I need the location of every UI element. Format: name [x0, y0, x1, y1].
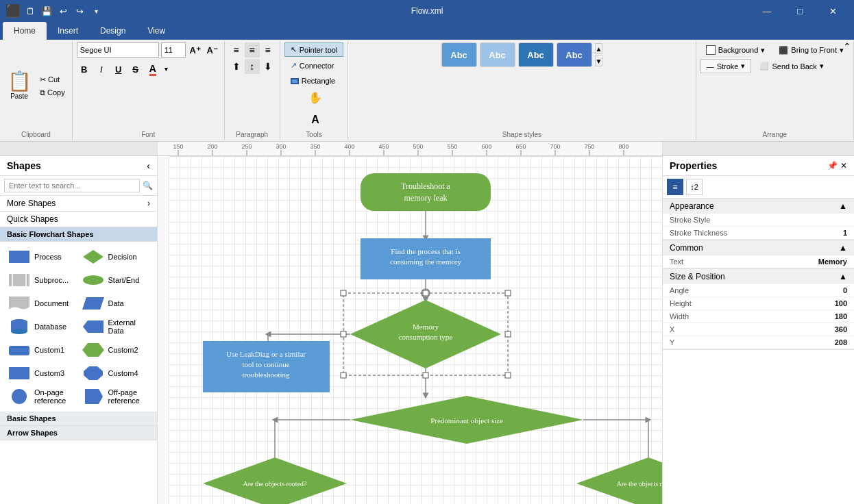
- title-bar: ⬛ 🗒 💾 ↩ ↪ ▾ Flow.xml — □ ✕: [0, 0, 854, 22]
- properties-close-button[interactable]: ✕: [840, 161, 847, 171]
- properties-pin-button[interactable]: 📌: [827, 161, 838, 171]
- common-header[interactable]: Common ▲: [663, 240, 854, 255]
- paragraph-label: Paragraph: [236, 129, 268, 138]
- shape-item-custom1[interactable]: Custom1: [7, 340, 77, 360]
- italic-button[interactable]: I: [94, 62, 109, 77]
- title-bar-left: ⬛ 🗒 💾 ↩ ↪ ▾: [5, 3, 103, 18]
- shape-item-document[interactable]: Document: [7, 294, 77, 313]
- props-tab-sort[interactable]: ↕2: [686, 179, 703, 195]
- shape-style-3[interactable]: Abc: [518, 42, 554, 67]
- shape-search-input[interactable]: [4, 179, 140, 192]
- canvas-scroll[interactable]: Troubleshoot a memory leak Find the proc…: [169, 156, 662, 504]
- x-value: 360: [792, 325, 847, 333]
- save-button[interactable]: 💾: [40, 4, 53, 18]
- shape-item-data[interactable]: Data: [81, 294, 151, 313]
- properties-title: Properties: [670, 160, 717, 171]
- stroke-button[interactable]: — Stroke ▾: [700, 59, 752, 73]
- appearance-header[interactable]: Appearance ▲: [663, 199, 854, 214]
- font-shrink-button[interactable]: A⁻: [205, 42, 220, 58]
- svg-text:300: 300: [276, 143, 286, 150]
- props-section-appearance: Appearance ▲ Stroke Style Stroke Thickne…: [663, 199, 854, 240]
- arrow-shapes-header[interactable]: Arrow Shapes: [0, 426, 157, 440]
- collapse-ribbon-button[interactable]: ⌃: [843, 41, 851, 52]
- background-button[interactable]: Background ▾: [700, 42, 771, 58]
- tab-home[interactable]: Home: [3, 22, 47, 40]
- rectangle-icon: [291, 78, 299, 84]
- font-color-button[interactable]: A: [145, 62, 160, 77]
- pointer-tool-button[interactable]: ↖ Pointer tool: [284, 42, 344, 57]
- svg-text:400: 400: [344, 143, 354, 150]
- align-middle-button[interactable]: ↕: [245, 59, 260, 74]
- strikethrough-button[interactable]: S: [128, 62, 143, 77]
- shape-item-database[interactable]: Database: [7, 317, 77, 336]
- align-left-button[interactable]: ≡: [229, 42, 244, 58]
- svg-marker-39: [83, 320, 103, 333]
- maximize-button[interactable]: □: [784, 0, 816, 22]
- svg-marker-45: [85, 389, 103, 404]
- text-tool-button[interactable]: A: [305, 110, 326, 129]
- shape-icon-onpage: [8, 388, 30, 405]
- size-position-label: Size & Position: [670, 272, 725, 281]
- canvas-area[interactable]: Troubleshoot a memory leak Find the proc…: [158, 156, 662, 504]
- align-bottom-button[interactable]: ⬇: [260, 59, 276, 74]
- align-top-button[interactable]: ⬆: [229, 59, 244, 74]
- rectangle-tool-button[interactable]: Rectangle: [284, 74, 344, 88]
- cut-button[interactable]: ✂ Cut: [37, 74, 68, 86]
- svg-text:350: 350: [310, 143, 320, 150]
- font-family-input[interactable]: [77, 42, 159, 58]
- svg-rect-42: [9, 367, 29, 379]
- shape-item-custom4[interactable]: Custom4: [81, 364, 151, 383]
- props-section-size-position: Size & Position ▲ Angle 0 Height 100 Wid…: [663, 269, 854, 350]
- align-center-button[interactable]: ≡: [245, 42, 260, 58]
- shape-style-down[interactable]: ▼: [595, 55, 603, 66]
- shape-item-onpage[interactable]: On-page reference: [7, 387, 77, 406]
- copy-button[interactable]: ⧉ Copy: [37, 87, 68, 99]
- new-button[interactable]: 🗒: [23, 4, 37, 18]
- shape-item-external-data[interactable]: External Data: [81, 317, 151, 336]
- undo-button[interactable]: ↩: [56, 4, 70, 18]
- shape-style-4[interactable]: Abc: [557, 42, 592, 67]
- ruler-svg: // Ruler ticks will be added programmati…: [158, 142, 662, 155]
- send-back-button[interactable]: ⬜ Send to Back ▾: [754, 59, 829, 73]
- shape-style-2[interactable]: Abc: [480, 42, 515, 67]
- shape-item-decision[interactable]: Decision: [81, 247, 151, 266]
- tab-insert[interactable]: Insert: [47, 22, 89, 40]
- hand-tool-button[interactable]: ✋: [302, 88, 328, 108]
- tab-view[interactable]: View: [136, 22, 176, 40]
- shape-item-startend[interactable]: Start/End: [81, 270, 151, 290]
- redo-button[interactable]: ↪: [73, 4, 86, 18]
- svg-text:150: 150: [173, 143, 183, 150]
- shape-style-up[interactable]: ▲: [595, 43, 603, 54]
- shape-item-custom3[interactable]: Custom3: [7, 364, 77, 383]
- bring-front-button[interactable]: ⬛ Bring to Front ▾: [773, 42, 849, 58]
- font-grow-button[interactable]: A⁺: [188, 42, 203, 58]
- shape-item-custom2[interactable]: Custom2: [81, 340, 151, 360]
- qa-dropdown[interactable]: ▾: [89, 4, 103, 18]
- shape-item-process[interactable]: Process: [7, 247, 77, 266]
- font-size-input[interactable]: [161, 42, 186, 58]
- minimize-button[interactable]: —: [751, 0, 783, 22]
- pointer-icon: ↖: [291, 45, 297, 54]
- height-value: 100: [792, 299, 847, 307]
- underline-button[interactable]: U: [111, 62, 126, 77]
- quick-shapes-item[interactable]: Quick Shapes: [0, 212, 157, 227]
- close-button[interactable]: ✕: [817, 0, 849, 22]
- shape-item-subprocess[interactable]: Subproc...: [7, 270, 77, 290]
- props-tab-layout[interactable]: ≡: [667, 179, 683, 195]
- tab-design[interactable]: Design: [89, 22, 136, 40]
- more-shapes-button[interactable]: More Shapes ›: [0, 196, 157, 212]
- align-right-button[interactable]: ≡: [260, 42, 276, 58]
- sidebar-collapse-button[interactable]: ‹: [147, 160, 150, 171]
- size-position-header[interactable]: Size & Position ▲: [663, 269, 854, 284]
- bold-button[interactable]: B: [77, 62, 92, 77]
- basic-flowchart-header[interactable]: Basic Flowchart Shapes: [0, 227, 157, 242]
- paste-button[interactable]: 📋 Paste: [4, 68, 34, 104]
- send-back-icon: ⬜: [759, 62, 769, 71]
- basic-shapes-header[interactable]: Basic Shapes: [0, 412, 157, 426]
- connector-tool-button[interactable]: ↗ Connector: [284, 58, 344, 73]
- shape-item-offpage[interactable]: Off-page reference: [81, 387, 151, 406]
- props-row-angle: Angle 0: [663, 284, 854, 297]
- svg-point-34: [83, 275, 103, 285]
- font-color-dropdown[interactable]: ▾: [162, 62, 171, 77]
- shape-style-1[interactable]: Abc: [441, 42, 477, 67]
